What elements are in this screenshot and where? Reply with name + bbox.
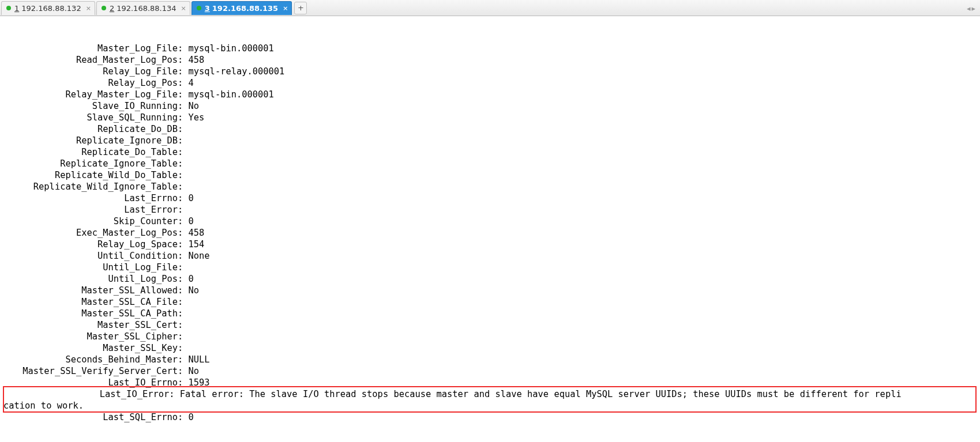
field-value: 0 (189, 274, 194, 284)
field-label: Skip_Counter (3, 216, 178, 227)
field-label: Master_SSL_CA_File (3, 296, 178, 308)
field-separator: : (178, 182, 189, 192)
status-row: Exec_Master_Log_Pos: 458 (3, 227, 980, 239)
field-label: Exec_Master_Log_Pos (3, 227, 178, 239)
field-label: Replicate_Do_DB (3, 123, 178, 135)
status-row: Master_SSL_Allowed: No (3, 285, 980, 296)
tab-prev-button[interactable]: ◂ (967, 4, 971, 13)
field-separator: : (178, 170, 189, 180)
field-label: Until_Condition (3, 250, 178, 262)
field-separator: : (178, 297, 189, 307)
field-value: None (189, 251, 210, 261)
terminal-output: Master_Log_File: mysql-bin.000001Read_Ma… (0, 16, 980, 423)
status-row: Last_IO_Error: Fatal error: The slave I/… (3, 388, 980, 400)
field-separator: : (178, 78, 189, 88)
field-separator: : (178, 377, 189, 388)
new-tab-button[interactable]: + (294, 2, 307, 14)
close-icon[interactable]: × (86, 5, 91, 12)
tab-title: 192.168.88.132 (21, 4, 81, 13)
status-row: Replicate_Ignore_DB: (3, 135, 980, 146)
tab-nav-arrows: ◂ ▸ (967, 0, 975, 16)
status-row: Skip_Counter: 0 (3, 216, 980, 227)
field-label: Master_SSL_Allowed (3, 285, 178, 296)
field-value: 1593 (189, 377, 210, 388)
field-separator: : (178, 320, 189, 330)
status-row: Replicate_Ignore_Table: (3, 158, 980, 169)
field-separator: : (178, 274, 189, 284)
field-label: Until_Log_Pos (3, 273, 178, 285)
field-separator: : (178, 89, 189, 100)
status-dot-icon (197, 6, 201, 10)
field-value: 4 (189, 78, 194, 88)
field-label: Master_Log_File (3, 43, 178, 54)
field-separator: : (178, 354, 189, 365)
status-row: Last_SQL_Errno: 0 (3, 411, 980, 423)
field-label: Relay_Master_Log_File (3, 89, 178, 100)
field-label: Relay_Log_File (3, 66, 178, 77)
field-label: Last_IO_Errno (3, 377, 178, 388)
tab-number: 3 (205, 4, 210, 13)
field-separator: : (178, 285, 189, 296)
close-icon[interactable]: × (283, 5, 288, 12)
status-row: Seconds_Behind_Master: NULL (3, 354, 980, 365)
field-value: 154 (189, 239, 205, 250)
field-value: 458 (189, 55, 205, 65)
status-row: Replicate_Wild_Do_Table: (3, 169, 980, 181)
field-separator: : (178, 251, 189, 261)
status-row: cation to work. (3, 400, 980, 411)
field-label: Last_SQL_Errno (3, 411, 178, 423)
status-row: Slave_SQL_Running: Yes (3, 112, 980, 123)
status-row: Replicate_Do_Table: (3, 146, 980, 158)
tab-192-168-88-135[interactable]: 3192.168.88.135× (192, 1, 292, 15)
status-row: Replicate_Do_DB: (3, 123, 980, 135)
status-row: Last_IO_Errno: 1593 (3, 377, 980, 388)
field-label: Replicate_Do_Table (3, 146, 178, 158)
status-row: Relay_Log_Space: 154 (3, 239, 980, 250)
field-label: Replicate_Ignore_Table (3, 158, 178, 169)
field-label: Master_SSL_Verify_Server_Cert (3, 365, 178, 377)
close-icon[interactable]: × (181, 5, 186, 12)
field-separator: : (178, 262, 189, 273)
field-label: Master_SSL_Key (3, 342, 178, 354)
status-row: Read_Master_Log_Pos: 458 (3, 54, 980, 66)
field-value: mysql-relay.000001 (189, 66, 285, 77)
status-row: Relay_Master_Log_File: mysql-bin.000001 (3, 89, 980, 100)
field-label: Replicate_Wild_Ignore_Table (3, 181, 178, 192)
status-row: Slave_IO_Running: No (3, 100, 980, 112)
field-separator: : (178, 66, 189, 77)
field-separator: : (178, 366, 189, 376)
tab-192-168-88-132[interactable]: 1192.168.88.132× (1, 1, 95, 15)
field-label: Master_SSL_CA_Path (3, 308, 178, 319)
field-value: 0 (189, 193, 194, 203)
field-value: No (189, 366, 200, 376)
field-label: Master_SSL_Cipher (3, 331, 178, 342)
tab-bar: 1192.168.88.132×2192.168.88.134×3192.168… (0, 0, 980, 16)
field-separator: : (178, 101, 189, 111)
field-label: Until_Log_File (3, 262, 178, 273)
status-row: Until_Log_Pos: 0 (3, 273, 980, 285)
field-value: No (189, 101, 200, 111)
status-row: Master_Log_File: mysql-bin.000001 (3, 43, 980, 54)
field-label: Slave_SQL_Running (3, 112, 178, 123)
field-value: mysql-bin.000001 (189, 89, 274, 100)
status-row: Relay_Log_File: mysql-relay.000001 (3, 66, 980, 77)
field-separator: : (178, 124, 189, 134)
status-row: Master_SSL_Cert: (3, 319, 980, 331)
field-separator: : (178, 135, 189, 146)
field-separator: : (178, 112, 189, 123)
tab-title: 192.168.88.135 (212, 4, 278, 13)
tab-title: 192.168.88.134 (117, 4, 176, 13)
field-label: Seconds_Behind_Master (3, 354, 178, 365)
field-value: NULL (189, 354, 210, 365)
field-separator: : (178, 331, 189, 342)
tab-192-168-88-134[interactable]: 2192.168.88.134× (96, 1, 190, 15)
status-row: Relay_Log_Pos: 4 (3, 77, 980, 89)
status-row: Master_SSL_Verify_Server_Cert: No (3, 365, 980, 377)
field-separator: : (178, 228, 189, 238)
tab-next-button[interactable]: ▸ (971, 4, 975, 13)
status-row: Last_Errno: 0 (3, 192, 980, 204)
field-separator: : (178, 308, 189, 319)
field-separator: : (178, 239, 189, 250)
field-separator: : (178, 147, 189, 157)
field-separator: : (178, 216, 189, 226)
